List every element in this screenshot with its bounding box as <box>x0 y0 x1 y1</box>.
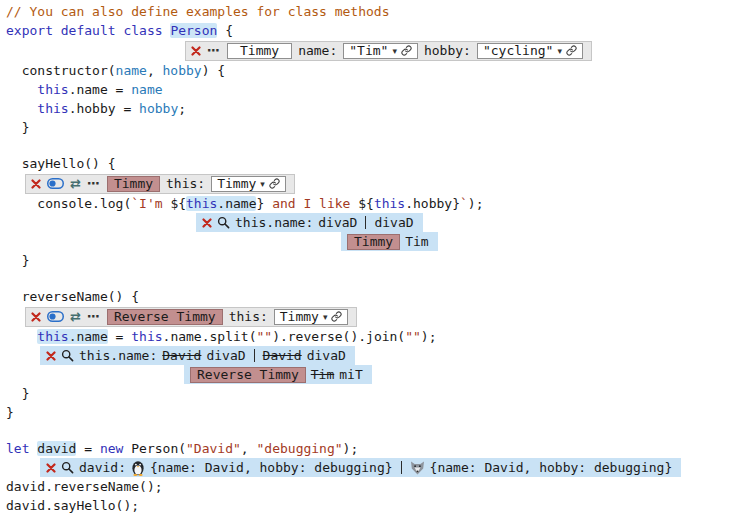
probe-reversename: this.name: David divaD David divaD <box>40 346 355 365</box>
code-text: = <box>76 441 99 456</box>
probe-value: divaD <box>318 215 357 230</box>
swap-icon[interactable]: ⇄ <box>70 309 81 324</box>
code-line: constructor(name, hobby) { <box>6 61 749 80</box>
code-text: } <box>6 405 14 420</box>
code-text <box>6 101 37 116</box>
example-pill[interactable]: Reverse Timmy <box>190 367 306 383</box>
magnifier-icon[interactable] <box>61 349 74 362</box>
close-icon[interactable] <box>46 463 56 473</box>
string-token: and I like <box>264 196 358 211</box>
toggle-on-icon[interactable] <box>47 178 64 189</box>
more-options-icon[interactable]: ⋯ <box>87 176 101 191</box>
example-pill[interactable]: Reverse Timmy <box>107 309 223 325</box>
code-line: david.reverseName(); <box>6 477 749 496</box>
probe-row: david: {name: David, hobby: debugging} {… <box>40 458 749 477</box>
wolf-icon <box>410 461 425 475</box>
keyword-tokens: export default class <box>6 23 170 38</box>
name-value-dropdown[interactable]: "Tim" ▾ <box>343 43 418 59</box>
keyword-this: this <box>131 329 162 344</box>
chevron-down-icon: ▾ <box>392 46 397 56</box>
link-icon[interactable] <box>401 45 412 56</box>
probe-target-highlight: this.name <box>37 329 107 344</box>
probe-label: david: <box>79 460 126 475</box>
magnifier-icon[interactable] <box>217 216 230 229</box>
this-value-dropdown[interactable]: Timmy ▾ <box>211 176 286 192</box>
code-line: reverseName() { <box>6 287 749 306</box>
probe-label: this.name: <box>235 215 313 230</box>
close-icon[interactable] <box>191 46 201 56</box>
code-line: } <box>6 384 749 403</box>
code-text: .hobby = <box>69 101 139 116</box>
code-text: .name.split( <box>163 329 257 344</box>
probe-target-highlight: this.name <box>186 196 256 211</box>
string-token: "" <box>256 329 272 344</box>
code-line: this.name = this.name.split("").reverse(… <box>6 327 749 346</box>
probe-row: Timmy Tim <box>341 232 749 251</box>
param-name: name <box>131 82 162 97</box>
code-text: { <box>217 23 233 38</box>
dropdown-value: "cycling" <box>483 43 553 58</box>
code-line: let david = new Person("David", "debuggi… <box>6 439 749 458</box>
close-icon[interactable] <box>31 312 41 322</box>
code-text: ) { <box>202 63 225 78</box>
probe-value: divaD <box>307 348 346 363</box>
this-label: this: <box>166 176 205 191</box>
code-line: } <box>6 118 749 137</box>
class-example-row: ⋯ Timmy name: "Tim" ▾ hobby: "cycling" ▾ <box>185 40 749 61</box>
example-name-input[interactable]: Timmy <box>227 43 292 59</box>
probe-value: divaD <box>374 215 413 230</box>
sayhello-example-row: ⇄ ⋯ Timmy this: Timmy ▾ <box>25 173 749 194</box>
link-icon[interactable] <box>331 311 342 322</box>
column-divider <box>254 349 255 362</box>
example-pill[interactable]: Timmy <box>347 234 400 250</box>
keyword-this: this <box>186 196 217 211</box>
magnifier-icon[interactable] <box>61 461 74 474</box>
string-token: "" <box>405 329 421 344</box>
close-icon[interactable] <box>46 351 56 361</box>
keyword-this: this <box>37 82 68 97</box>
close-icon[interactable] <box>202 218 212 228</box>
this-value-dropdown[interactable]: Timmy ▾ <box>274 309 349 325</box>
toggle-on-icon[interactable] <box>47 311 64 322</box>
code-line: david.sayHello(); <box>6 496 749 515</box>
this-label: this: <box>229 309 268 324</box>
code-line: } <box>6 251 749 270</box>
code-text: ; <box>178 101 186 116</box>
link-icon[interactable] <box>269 178 280 189</box>
swap-icon[interactable]: ⇄ <box>70 176 81 191</box>
dropdown-value: "Tim" <box>349 43 388 58</box>
code-text: } <box>6 386 29 401</box>
probe-value: Tim <box>405 234 428 249</box>
probe-value: divaD <box>206 348 245 363</box>
link-icon[interactable] <box>566 45 577 56</box>
code-line: this.hobby = hobby; <box>6 99 749 118</box>
code-text: , <box>241 441 257 456</box>
column-divider <box>401 461 402 474</box>
probe-sayhello-example-values: Timmy Tim <box>341 232 438 251</box>
field-label-name: name: <box>298 43 337 58</box>
probe-old-value: David <box>162 348 201 363</box>
more-options-icon[interactable]: ⋯ <box>207 43 221 58</box>
code-text: } <box>6 253 29 268</box>
dropdown-value: Timmy <box>217 176 256 191</box>
chevron-down-icon: ▾ <box>323 312 328 322</box>
param-hobby: hobby <box>139 101 178 116</box>
column-divider <box>365 216 366 229</box>
code-text: .name <box>217 196 256 211</box>
code-line: // You can also define examples for clas… <box>6 2 749 21</box>
more-options-icon[interactable]: ⋯ <box>87 309 101 324</box>
example-pill[interactable]: Timmy <box>107 176 160 192</box>
code-text: ); <box>468 196 484 211</box>
string-token: `I'm <box>131 196 170 211</box>
chevron-down-icon: ▾ <box>260 179 265 189</box>
code-text: ); <box>421 329 437 344</box>
method-example-widget: ⇄ ⋯ Reverse Timmy this: Timmy ▾ <box>25 307 357 327</box>
code-editor: // You can also define examples for clas… <box>6 2 749 515</box>
code-text: } <box>6 120 29 135</box>
close-icon[interactable] <box>31 179 41 189</box>
hobby-value-dropdown[interactable]: "cycling" ▾ <box>477 43 583 59</box>
code-text: = <box>108 329 131 344</box>
probe-sayhello: this.name: divaD divaD <box>196 213 423 232</box>
probe-value: {name: David, hobby: debugging} <box>150 460 393 475</box>
probe-old-value: David <box>263 348 302 363</box>
